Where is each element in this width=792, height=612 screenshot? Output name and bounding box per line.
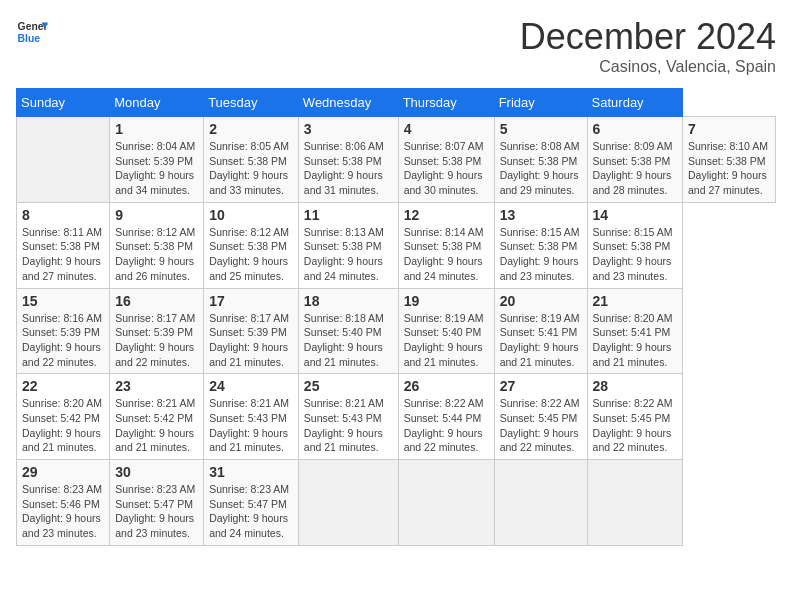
day-cell-13: 13 Sunrise: 8:15 AM Sunset: 5:38 PM Dayl…	[494, 202, 587, 288]
day-cell-30: 30 Sunrise: 8:23 AM Sunset: 5:47 PM Dayl…	[110, 460, 204, 546]
day-cell-28: 28 Sunrise: 8:22 AM Sunset: 5:45 PM Dayl…	[587, 374, 682, 460]
day-number: 16	[115, 293, 198, 309]
day-info: Sunrise: 8:09 AM Sunset: 5:38 PM Dayligh…	[593, 139, 677, 198]
day-info: Sunrise: 8:15 AM Sunset: 5:38 PM Dayligh…	[593, 225, 677, 284]
day-cell-21: 21 Sunrise: 8:20 AM Sunset: 5:41 PM Dayl…	[587, 288, 682, 374]
day-cell-12: 12 Sunrise: 8:14 AM Sunset: 5:38 PM Dayl…	[398, 202, 494, 288]
day-cell-17: 17 Sunrise: 8:17 AM Sunset: 5:39 PM Dayl…	[204, 288, 299, 374]
empty-cell	[587, 460, 682, 546]
logo-icon: General Blue	[16, 16, 48, 48]
day-info: Sunrise: 8:10 AM Sunset: 5:38 PM Dayligh…	[688, 139, 770, 198]
day-number: 15	[22, 293, 104, 309]
day-info: Sunrise: 8:04 AM Sunset: 5:39 PM Dayligh…	[115, 139, 198, 198]
empty-cell	[494, 460, 587, 546]
day-number: 13	[500, 207, 582, 223]
day-number: 14	[593, 207, 677, 223]
day-number: 11	[304, 207, 393, 223]
day-number: 28	[593, 378, 677, 394]
day-info: Sunrise: 8:21 AM Sunset: 5:43 PM Dayligh…	[209, 396, 293, 455]
month-title: December 2024	[520, 16, 776, 58]
day-info: Sunrise: 8:22 AM Sunset: 5:45 PM Dayligh…	[500, 396, 582, 455]
day-info: Sunrise: 8:22 AM Sunset: 5:45 PM Dayligh…	[593, 396, 677, 455]
day-cell-10: 10 Sunrise: 8:12 AM Sunset: 5:38 PM Dayl…	[204, 202, 299, 288]
day-number: 20	[500, 293, 582, 309]
day-number: 31	[209, 464, 293, 480]
day-number: 7	[688, 121, 770, 137]
day-cell-3: 3 Sunrise: 8:06 AM Sunset: 5:38 PM Dayli…	[298, 117, 398, 203]
day-info: Sunrise: 8:12 AM Sunset: 5:38 PM Dayligh…	[115, 225, 198, 284]
day-number: 6	[593, 121, 677, 137]
day-cell-27: 27 Sunrise: 8:22 AM Sunset: 5:45 PM Dayl…	[494, 374, 587, 460]
day-info: Sunrise: 8:23 AM Sunset: 5:47 PM Dayligh…	[115, 482, 198, 541]
location: Casinos, Valencia, Spain	[520, 58, 776, 76]
day-number: 2	[209, 121, 293, 137]
calendar-week-2: 8 Sunrise: 8:11 AM Sunset: 5:38 PM Dayli…	[17, 202, 776, 288]
day-info: Sunrise: 8:18 AM Sunset: 5:40 PM Dayligh…	[304, 311, 393, 370]
day-info: Sunrise: 8:07 AM Sunset: 5:38 PM Dayligh…	[404, 139, 489, 198]
day-header-thursday: Thursday	[398, 89, 494, 117]
day-info: Sunrise: 8:12 AM Sunset: 5:38 PM Dayligh…	[209, 225, 293, 284]
day-info: Sunrise: 8:21 AM Sunset: 5:42 PM Dayligh…	[115, 396, 198, 455]
day-cell-15: 15 Sunrise: 8:16 AM Sunset: 5:39 PM Dayl…	[17, 288, 110, 374]
day-info: Sunrise: 8:23 AM Sunset: 5:47 PM Dayligh…	[209, 482, 293, 541]
day-info: Sunrise: 8:19 AM Sunset: 5:40 PM Dayligh…	[404, 311, 489, 370]
calendar-week-1: 1 Sunrise: 8:04 AM Sunset: 5:39 PM Dayli…	[17, 117, 776, 203]
empty-cell	[298, 460, 398, 546]
day-cell-29: 29 Sunrise: 8:23 AM Sunset: 5:46 PM Dayl…	[17, 460, 110, 546]
day-number: 30	[115, 464, 198, 480]
day-number: 1	[115, 121, 198, 137]
day-cell-2: 2 Sunrise: 8:05 AM Sunset: 5:38 PM Dayli…	[204, 117, 299, 203]
day-cell-8: 8 Sunrise: 8:11 AM Sunset: 5:38 PM Dayli…	[17, 202, 110, 288]
day-number: 29	[22, 464, 104, 480]
day-info: Sunrise: 8:17 AM Sunset: 5:39 PM Dayligh…	[115, 311, 198, 370]
day-number: 22	[22, 378, 104, 394]
day-cell-9: 9 Sunrise: 8:12 AM Sunset: 5:38 PM Dayli…	[110, 202, 204, 288]
day-cell-11: 11 Sunrise: 8:13 AM Sunset: 5:38 PM Dayl…	[298, 202, 398, 288]
day-info: Sunrise: 8:05 AM Sunset: 5:38 PM Dayligh…	[209, 139, 293, 198]
day-cell-23: 23 Sunrise: 8:21 AM Sunset: 5:42 PM Dayl…	[110, 374, 204, 460]
day-number: 18	[304, 293, 393, 309]
title-area: December 2024 Casinos, Valencia, Spain	[520, 16, 776, 76]
day-cell-25: 25 Sunrise: 8:21 AM Sunset: 5:43 PM Dayl…	[298, 374, 398, 460]
day-cell-31: 31 Sunrise: 8:23 AM Sunset: 5:47 PM Dayl…	[204, 460, 299, 546]
logo: General Blue	[16, 16, 48, 48]
day-info: Sunrise: 8:20 AM Sunset: 5:41 PM Dayligh…	[593, 311, 677, 370]
day-header-wednesday: Wednesday	[298, 89, 398, 117]
day-number: 17	[209, 293, 293, 309]
day-info: Sunrise: 8:17 AM Sunset: 5:39 PM Dayligh…	[209, 311, 293, 370]
day-info: Sunrise: 8:08 AM Sunset: 5:38 PM Dayligh…	[500, 139, 582, 198]
day-cell-19: 19 Sunrise: 8:19 AM Sunset: 5:40 PM Dayl…	[398, 288, 494, 374]
day-cell-4: 4 Sunrise: 8:07 AM Sunset: 5:38 PM Dayli…	[398, 117, 494, 203]
day-number: 9	[115, 207, 198, 223]
day-cell-6: 6 Sunrise: 8:09 AM Sunset: 5:38 PM Dayli…	[587, 117, 682, 203]
day-number: 19	[404, 293, 489, 309]
day-number: 21	[593, 293, 677, 309]
day-number: 5	[500, 121, 582, 137]
day-number: 24	[209, 378, 293, 394]
calendar: SundayMondayTuesdayWednesdayThursdayFrid…	[16, 88, 776, 546]
day-header-monday: Monday	[110, 89, 204, 117]
empty-cell	[398, 460, 494, 546]
calendar-week-5: 29 Sunrise: 8:23 AM Sunset: 5:46 PM Dayl…	[17, 460, 776, 546]
day-info: Sunrise: 8:13 AM Sunset: 5:38 PM Dayligh…	[304, 225, 393, 284]
day-number: 12	[404, 207, 489, 223]
day-number: 8	[22, 207, 104, 223]
day-header-friday: Friday	[494, 89, 587, 117]
day-number: 26	[404, 378, 489, 394]
day-number: 23	[115, 378, 198, 394]
day-cell-26: 26 Sunrise: 8:22 AM Sunset: 5:44 PM Dayl…	[398, 374, 494, 460]
day-number: 3	[304, 121, 393, 137]
day-info: Sunrise: 8:19 AM Sunset: 5:41 PM Dayligh…	[500, 311, 582, 370]
day-cell-24: 24 Sunrise: 8:21 AM Sunset: 5:43 PM Dayl…	[204, 374, 299, 460]
day-cell-16: 16 Sunrise: 8:17 AM Sunset: 5:39 PM Dayl…	[110, 288, 204, 374]
day-info: Sunrise: 8:23 AM Sunset: 5:46 PM Dayligh…	[22, 482, 104, 541]
day-header-tuesday: Tuesday	[204, 89, 299, 117]
header: General Blue December 2024 Casinos, Vale…	[16, 16, 776, 76]
day-cell-18: 18 Sunrise: 8:18 AM Sunset: 5:40 PM Dayl…	[298, 288, 398, 374]
day-cell-14: 14 Sunrise: 8:15 AM Sunset: 5:38 PM Dayl…	[587, 202, 682, 288]
day-info: Sunrise: 8:16 AM Sunset: 5:39 PM Dayligh…	[22, 311, 104, 370]
day-cell-22: 22 Sunrise: 8:20 AM Sunset: 5:42 PM Dayl…	[17, 374, 110, 460]
day-info: Sunrise: 8:15 AM Sunset: 5:38 PM Dayligh…	[500, 225, 582, 284]
day-number: 27	[500, 378, 582, 394]
day-info: Sunrise: 8:14 AM Sunset: 5:38 PM Dayligh…	[404, 225, 489, 284]
